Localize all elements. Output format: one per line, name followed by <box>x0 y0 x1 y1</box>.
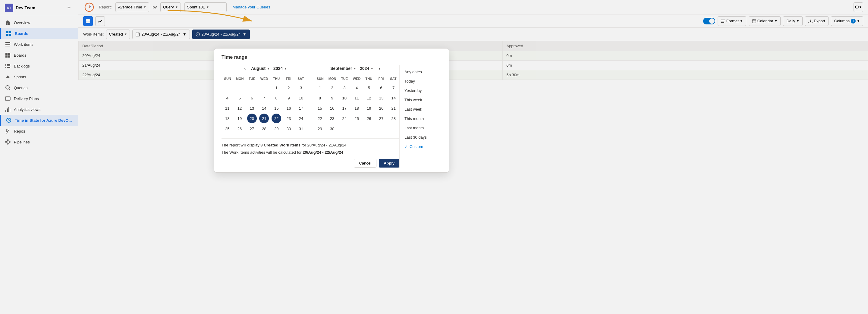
calendar-footer: The report will display 3 Created Work I… <box>221 138 399 167</box>
day-cell[interactable]: 4 <box>352 83 361 93</box>
day-cell[interactable]: 28 <box>389 114 398 123</box>
prev-month-button[interactable]: ‹ <box>241 65 249 72</box>
apply-button[interactable]: Apply <box>379 159 399 167</box>
day-cell[interactable]: 7 <box>259 93 269 103</box>
august-header: ‹ August ▼ 2024 ▼ <box>221 65 307 72</box>
day-cell[interactable]: 16 <box>284 103 293 113</box>
day-cell[interactable]: 30 <box>327 124 337 133</box>
day-cell[interactable]: 25 <box>352 114 361 123</box>
day-cell[interactable]: 20 <box>247 114 257 123</box>
day-cell[interactable]: 6 <box>247 93 257 103</box>
day-cell[interactable]: 12 <box>235 103 244 113</box>
day-cell[interactable]: 14 <box>259 103 269 113</box>
day-cell[interactable]: 7 <box>389 83 398 93</box>
day-cell[interactable]: 30 <box>284 124 293 133</box>
day-cell[interactable]: 19 <box>235 114 244 123</box>
september-header: September ▼ 2024 ▼ › <box>314 65 399 72</box>
day-cell[interactable]: 17 <box>296 103 306 113</box>
day-cell[interactable]: 29 <box>272 124 281 133</box>
day-cell[interactable]: 18 <box>352 103 361 113</box>
day-cell[interactable]: 29 <box>315 124 324 133</box>
day-cell[interactable]: 14 <box>389 93 398 103</box>
date-option-last-week[interactable]: Last week <box>400 104 441 114</box>
day-cell[interactable]: 2 <box>284 83 293 93</box>
day-cell[interactable]: 20 <box>376 103 386 113</box>
day-cell[interactable]: 15 <box>272 103 281 113</box>
day-header: MON <box>234 76 246 82</box>
day-cell[interactable]: 11 <box>222 103 232 113</box>
date-option-this-month[interactable]: This month <box>400 114 441 123</box>
day-cell[interactable]: 24 <box>340 114 349 123</box>
day-cell[interactable]: 22 <box>272 114 281 123</box>
day-cell[interactable]: 23 <box>327 114 337 123</box>
day-cell[interactable]: 23 <box>284 114 293 123</box>
day-cell[interactable]: 3 <box>296 83 306 93</box>
day-cell[interactable]: 26 <box>235 124 244 133</box>
day-cell[interactable]: 5 <box>235 93 244 103</box>
day-header: MON <box>326 76 338 82</box>
day-cell[interactable]: 11 <box>352 93 361 103</box>
calendars-main: ‹ August ▼ 2024 ▼ SUNMONTUEWEDTHUFRISAT … <box>221 65 441 167</box>
day-cell[interactable]: 10 <box>296 93 306 103</box>
empty-day <box>222 83 232 93</box>
day-cell[interactable]: 26 <box>364 114 374 123</box>
day-cell[interactable]: 25 <box>222 124 232 133</box>
day-cell[interactable]: 12 <box>364 93 374 103</box>
day-cell[interactable]: 13 <box>376 93 386 103</box>
day-cell[interactable]: 1 <box>315 83 324 93</box>
cancel-button[interactable]: Cancel <box>354 159 376 167</box>
date-option-today[interactable]: Today <box>400 76 441 86</box>
day-cell[interactable]: 2 <box>327 83 337 93</box>
day-cell[interactable]: 8 <box>315 93 324 103</box>
empty-day <box>259 83 269 93</box>
day-cell[interactable]: 3 <box>340 83 349 93</box>
calendar-panel: Time range ‹ August ▼ 2024 ▼ <box>214 48 449 173</box>
empty-day <box>352 124 361 133</box>
empty-day <box>376 124 386 133</box>
date-option-this-week[interactable]: This week <box>400 95 441 104</box>
day-cell[interactable]: 27 <box>247 124 257 133</box>
date-option-yesterday[interactable]: Yesterday <box>400 86 441 95</box>
day-cell[interactable]: 9 <box>327 93 337 103</box>
day-cell[interactable]: 31 <box>296 124 306 133</box>
day-cell[interactable]: 13 <box>247 103 257 113</box>
day-header: THU <box>363 76 375 82</box>
day-cell[interactable]: 4 <box>222 93 232 103</box>
august-month-year[interactable]: August ▼ 2024 ▼ <box>251 66 287 71</box>
day-header: FRI <box>282 76 294 82</box>
day-cell[interactable]: 5 <box>364 83 374 93</box>
time-range-title: Time range <box>221 55 441 60</box>
day-cell[interactable]: 28 <box>259 124 269 133</box>
day-cell[interactable]: 27 <box>376 114 386 123</box>
day-cell[interactable]: 24 <box>296 114 306 123</box>
day-cell[interactable]: 22 <box>315 114 324 123</box>
day-cell[interactable]: 16 <box>327 103 337 113</box>
day-header: FRI <box>375 76 387 82</box>
date-range-options: Any datesTodayYesterdayThis weekLast wee… <box>399 65 441 167</box>
day-header: TUE <box>338 76 350 82</box>
day-cell[interactable]: 21 <box>259 114 269 123</box>
day-cell[interactable]: 15 <box>315 103 324 113</box>
day-cell[interactable]: 1 <box>272 83 281 93</box>
date-option-last-30-days[interactable]: Last 30 days <box>400 133 441 142</box>
day-header: SAT <box>295 76 307 82</box>
day-cell[interactable]: 6 <box>376 83 386 93</box>
august-grid: SUNMONTUEWEDTHUFRISAT 123456789101112131… <box>221 76 307 133</box>
date-option-custom[interactable]: ✓ Custom <box>400 142 441 151</box>
august-calendar: ‹ August ▼ 2024 ▼ SUNMONTUEWEDTHUFRISAT … <box>221 65 307 133</box>
september-month-year[interactable]: September ▼ 2024 ▼ <box>330 66 373 71</box>
day-cell[interactable]: 18 <box>222 114 232 123</box>
date-option-any-dates[interactable]: Any dates <box>400 67 441 76</box>
calendars-row: ‹ August ▼ 2024 ▼ SUNMONTUEWEDTHUFRISAT … <box>221 65 399 133</box>
day-cell[interactable]: 9 <box>284 93 293 103</box>
date-option-last-month[interactable]: Last month <box>400 123 441 133</box>
day-header: SUN <box>314 76 326 82</box>
day-cell[interactable]: 10 <box>340 93 349 103</box>
next-month-button[interactable]: › <box>376 65 383 72</box>
day-cell[interactable]: 21 <box>389 103 398 113</box>
day-cell[interactable]: 17 <box>340 103 349 113</box>
day-cell[interactable]: 8 <box>272 93 281 103</box>
day-header: TUE <box>246 76 258 82</box>
day-cell[interactable]: 19 <box>364 103 374 113</box>
day-header: THU <box>270 76 282 82</box>
